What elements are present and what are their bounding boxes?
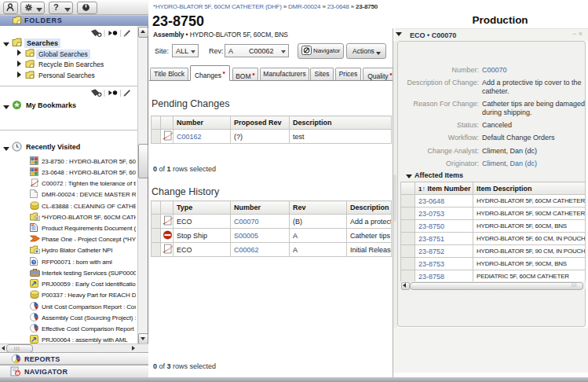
svg-text:?: ? — [32, 260, 35, 265]
